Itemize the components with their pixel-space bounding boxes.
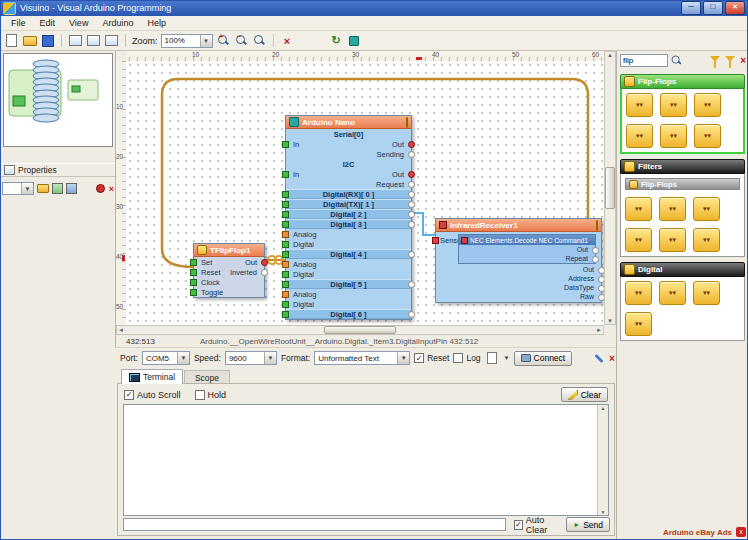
- checkbox-box[interactable]: [195, 390, 205, 400]
- scroll-down-icon[interactable]: ▼: [601, 509, 606, 515]
- component-pin[interactable]: [408, 311, 415, 318]
- zoom-in-button[interactable]: +: [216, 33, 231, 49]
- port-select[interactable]: COM5▼: [142, 351, 190, 365]
- checkbox-box[interactable]: ✓: [414, 353, 424, 363]
- component-icon[interactable]: ▾▾: [694, 124, 721, 148]
- zoom-out-button[interactable]: −: [234, 33, 249, 49]
- toggle-grid-button[interactable]: [86, 33, 101, 49]
- palette-section-header-filters[interactable]: Filters: [620, 159, 745, 174]
- project-overview-thumbnail[interactable]: [3, 53, 113, 147]
- zoom-select[interactable]: 100%▼: [161, 34, 213, 48]
- component-icon[interactable]: ▾▾: [625, 197, 652, 221]
- component-pin[interactable]: [282, 211, 289, 218]
- component-icon[interactable]: ▾▾: [625, 281, 652, 305]
- auto-scroll-checkbox[interactable]: ✓Auto Scroll: [124, 390, 181, 400]
- component-pin[interactable]: [282, 291, 289, 298]
- component-pin[interactable]: [282, 311, 289, 318]
- connect-button[interactable]: Connect: [514, 351, 573, 366]
- component-pin[interactable]: [592, 247, 599, 254]
- send-button[interactable]: ►Send: [566, 517, 610, 532]
- canvas-horizontal-scrollbar[interactable]: ◄ ►: [116, 325, 604, 335]
- palette-section-header-digital[interactable]: Digital: [620, 262, 745, 277]
- new-project-button[interactable]: [4, 33, 19, 49]
- terminal-output[interactable]: ▲▼: [123, 404, 609, 516]
- component-tflipflop1[interactable]: TFlipFlop1 SetOutResetInvertedClockToggl…: [193, 243, 265, 298]
- component-header[interactable]: TFlipFlop1: [194, 244, 264, 257]
- scroll-left-icon[interactable]: ◄: [118, 327, 124, 333]
- component-pin[interactable]: [408, 141, 415, 148]
- close-properties-icon[interactable]: ×: [109, 184, 114, 194]
- component-pin[interactable]: [282, 171, 289, 178]
- subcomponent-decode-nec[interactable]: NEC Elements.Decode NEC Command1 OutRepe…: [458, 234, 596, 264]
- toggle-left-panel-button[interactable]: [68, 33, 83, 49]
- component-icon[interactable]: ▾▾: [625, 228, 652, 252]
- scrollbar-thumb[interactable]: [605, 167, 615, 209]
- component-pin[interactable]: [408, 281, 415, 288]
- component-pin[interactable]: [282, 271, 289, 278]
- component-pin[interactable]: [282, 201, 289, 208]
- clear-button[interactable]: Clear: [561, 387, 608, 402]
- component-icon[interactable]: ▾▾: [659, 228, 686, 252]
- component-pin[interactable]: [282, 191, 289, 198]
- scroll-up-icon[interactable]: ▲: [607, 52, 613, 58]
- component-pin[interactable]: [592, 256, 599, 263]
- menu-item-view[interactable]: View: [62, 17, 95, 29]
- reset-checkbox[interactable]: ✓Reset: [414, 353, 449, 363]
- component-arduino-nano[interactable]: Arduino Nano Serial[0]InOutSendingI2CInO…: [285, 115, 412, 320]
- component-header[interactable]: Arduino Nano: [286, 116, 411, 129]
- send-input[interactable]: [123, 518, 506, 531]
- component-pin[interactable]: [408, 211, 415, 218]
- log-checkbox[interactable]: Log: [453, 353, 480, 363]
- scroll-up-icon[interactable]: ▲: [601, 405, 606, 411]
- log-options-arrow-icon[interactable]: ▼: [504, 355, 510, 361]
- hold-checkbox[interactable]: Hold: [195, 390, 227, 400]
- palette-subsection-header[interactable]: Flip-Flops: [625, 178, 740, 190]
- properties-combo[interactable]: ▼: [2, 182, 34, 195]
- component-pin[interactable]: [408, 191, 415, 198]
- log-file-button[interactable]: [485, 350, 500, 366]
- component-pin[interactable]: [261, 259, 268, 266]
- speed-select[interactable]: 9600▼: [225, 351, 277, 365]
- component-icon[interactable]: ▾▾: [660, 124, 687, 148]
- clear-search-icon[interactable]: ×: [740, 55, 746, 66]
- minimize-button[interactable]: ─: [681, 1, 701, 15]
- search-icon[interactable]: [671, 55, 683, 67]
- pin-sensor[interactable]: [432, 237, 439, 244]
- component-icon[interactable]: ▾▾: [694, 93, 721, 117]
- component-pin[interactable]: [282, 221, 289, 228]
- component-icon[interactable]: ▾▾: [626, 93, 653, 117]
- menu-item-arduino[interactable]: Arduino: [95, 17, 140, 29]
- maximize-button[interactable]: □: [703, 1, 723, 15]
- toggle-bottom-panel-button[interactable]: [104, 33, 119, 49]
- component-pin[interactable]: [408, 251, 415, 258]
- refresh-button[interactable]: ↻: [329, 33, 344, 49]
- list-view-icon[interactable]: [66, 183, 77, 194]
- pin-panel-icon[interactable]: [96, 184, 105, 193]
- component-pin[interactable]: [282, 281, 289, 288]
- component-pin[interactable]: [282, 261, 289, 268]
- scroll-down-icon[interactable]: ▼: [607, 318, 613, 324]
- save-project-button[interactable]: [40, 33, 55, 49]
- auto-clear-checkbox[interactable]: ✓Auto Clear: [514, 515, 558, 535]
- filter-category-icon[interactable]: [725, 56, 735, 62]
- component-pin[interactable]: [282, 251, 289, 258]
- checkbox-box[interactable]: ✓: [514, 520, 523, 530]
- filter-icon[interactable]: [710, 56, 720, 62]
- edit-pencil-icon[interactable]: [596, 220, 598, 231]
- search-input[interactable]: [620, 54, 668, 67]
- category-folder-icon[interactable]: [37, 184, 49, 193]
- component-icon[interactable]: ▾▾: [626, 124, 653, 148]
- component-pin[interactable]: [408, 221, 415, 228]
- component-icon[interactable]: ▾▾: [660, 93, 687, 117]
- component-pin[interactable]: [408, 201, 415, 208]
- component-pin[interactable]: [408, 171, 415, 178]
- component-icon[interactable]: ▾▾: [625, 312, 652, 336]
- component-pin[interactable]: [190, 269, 197, 276]
- component-icon[interactable]: ▾▾: [659, 281, 686, 305]
- component-header[interactable]: InfraredReceiver1: [436, 219, 601, 232]
- component-icon[interactable]: ▾▾: [693, 281, 720, 305]
- close-button[interactable]: ×: [725, 1, 745, 15]
- component-pin[interactable]: [190, 259, 197, 266]
- palette-section-header-flip-flops[interactable]: Flip-Flops: [620, 74, 745, 89]
- canvas-vertical-scrollbar[interactable]: ▲ ▼: [604, 51, 616, 325]
